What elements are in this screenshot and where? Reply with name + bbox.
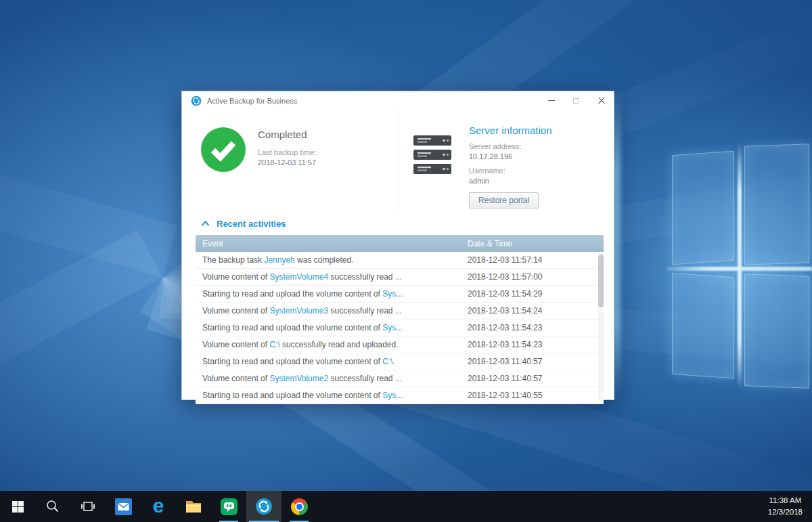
restore-portal-button[interactable]: Restore portal (469, 192, 539, 209)
event-text: successfully read ... (328, 306, 402, 316)
event-cell: Starting to read and upload the volume c… (196, 391, 468, 400)
windows-logo-cross (738, 142, 742, 389)
event-link[interactable]: SystemVolume2 (269, 374, 328, 383)
event-text: Volume content of (202, 340, 269, 349)
server-address-value: 10.17.28.196 (469, 152, 552, 160)
task-view-icon (81, 499, 95, 514)
event-time: 2018-12-03 11:54:29 (468, 289, 604, 299)
chevron-up-icon (201, 221, 210, 226)
event-link[interactable]: C:\ (382, 357, 392, 366)
event-text: successfully read ... (328, 374, 402, 383)
event-text: Volume content of (202, 272, 269, 282)
windows-logo (667, 142, 812, 389)
table-row: Volume content of SystemVolume4 successf… (196, 269, 604, 286)
window-title: Active Backup for Business (207, 97, 539, 105)
event-time: 2018-12-03 11:54:24 (468, 306, 604, 316)
desktop: Active Backup for Business Completed Las… (0, 0, 812, 522)
close-button[interactable] (589, 91, 614, 110)
status-heading: Completed (258, 129, 316, 140)
username-label: Username: (469, 167, 552, 175)
mail-icon (115, 498, 132, 515)
wallpaper-beam (0, 230, 162, 500)
event-text: The backup task (202, 255, 264, 265)
task-view-button[interactable] (70, 491, 106, 522)
edge-taskbar-button[interactable]: e (141, 491, 176, 522)
titlebar[interactable]: Active Backup for Business (182, 91, 614, 110)
maximize-button[interactable] (564, 91, 589, 110)
event-link[interactable]: Jennyeh (264, 255, 294, 265)
chat-taskbar-button[interactable] (211, 491, 246, 522)
event-text: was completed. (295, 255, 354, 265)
event-link[interactable]: C:\ (269, 340, 279, 349)
active-backup-app-icon (191, 95, 202, 106)
chrome-taskbar-button[interactable] (281, 491, 317, 522)
event-text: Starting to read and upload the volume c… (202, 289, 382, 299)
event-text: successfully read and uploaded. (280, 340, 399, 349)
search-icon (45, 499, 60, 514)
edge-icon: e (153, 496, 164, 516)
start-button[interactable] (0, 491, 35, 522)
minimize-icon (548, 100, 555, 101)
scrollbar-thumb[interactable] (598, 255, 604, 307)
event-cell: Volume content of C:\ successfully read … (196, 340, 468, 349)
table-row: Starting to read and upload the volume c… (196, 353, 604, 370)
event-time: 2018-12-03 11:57:14 (468, 255, 604, 265)
chrome-icon (291, 498, 308, 515)
file-explorer-icon (185, 498, 202, 515)
table-row: The backup task Jennyeh was completed. 2… (196, 252, 604, 269)
active-backup-taskbar-button[interactable] (246, 491, 281, 522)
success-check-icon (201, 127, 246, 172)
event-cell: Starting to read and upload the volume c… (196, 357, 468, 366)
event-link[interactable]: Sys... (382, 323, 403, 332)
file-explorer-taskbar-button[interactable] (176, 491, 211, 522)
table-row: Volume content of C:\ successfully read … (196, 336, 604, 353)
backup-status-panel: Completed Last backup time: 2018-12-03 1… (182, 110, 399, 211)
windows-logo-pane (672, 273, 734, 378)
event-link[interactable]: SystemVolume4 (269, 272, 328, 282)
event-link[interactable]: Sys... (382, 391, 403, 400)
taskbar-clock[interactable]: 11:38 AM 12/3/2018 (759, 491, 812, 522)
event-cell: The backup task Jennyeh was completed. (196, 255, 468, 265)
username-value: admin (469, 177, 552, 185)
event-cell: Volume content of SystemVolume4 successf… (196, 272, 468, 282)
event-cell: Starting to read and upload the volume c… (196, 289, 468, 299)
event-text: Starting to read and upload the volume c… (202, 357, 382, 366)
event-time: 2018-12-03 11:40:57 (468, 357, 604, 366)
server-icon (413, 135, 451, 211)
event-text: Starting to read and upload the volume c… (202, 391, 382, 400)
search-button[interactable] (35, 491, 70, 522)
event-link[interactable]: Sys... (382, 289, 403, 299)
event-text: Volume content of (202, 374, 269, 383)
close-icon (598, 97, 605, 104)
last-backup-value: 2018-12-03 11:57 (258, 158, 316, 167)
active-backup-window: Active Backup for Business Completed Las… (181, 91, 614, 400)
minimize-button[interactable] (539, 91, 564, 110)
table-body: The backup task Jennyeh was completed. 2… (196, 252, 604, 404)
column-header-event: Event (196, 239, 468, 248)
table-row: Volume content of SystemVolume2 successf… (196, 370, 604, 387)
chat-icon (221, 498, 238, 515)
last-backup-label: Last backup time: (258, 148, 316, 156)
event-time: 2018-12-03 11:40:55 (468, 391, 604, 400)
mail-taskbar-button[interactable] (106, 491, 141, 522)
event-text: Starting to read and upload the volume c… (202, 323, 382, 332)
windows-logo-pane (672, 151, 734, 265)
column-header-datetime: Date & Time (468, 239, 604, 248)
recent-activities-toggle[interactable]: Recent activities (201, 216, 323, 231)
table-row: Starting to read and upload the volume c… (196, 320, 604, 336)
event-text: Volume content of (202, 306, 269, 316)
clock-time: 11:38 AM (768, 495, 803, 506)
wallpaper-beam (0, 95, 177, 278)
windows-logo-pane (744, 274, 809, 388)
event-time: 2018-12-03 11:54:23 (468, 323, 604, 332)
event-cell: Starting to read and upload the volume c… (196, 323, 468, 332)
event-time: 2018-12-03 11:54:23 (468, 340, 604, 349)
table-row: Starting to read and upload the volume c… (196, 387, 604, 404)
event-text: . (393, 357, 395, 366)
active-backup-icon (255, 498, 273, 515)
table-scrollbar[interactable] (598, 253, 604, 401)
windows-logo-glow (629, 162, 812, 386)
taskbar: e (0, 491, 812, 522)
event-link[interactable]: SystemVolume3 (269, 306, 328, 316)
server-info-heading: Server information (469, 125, 552, 136)
